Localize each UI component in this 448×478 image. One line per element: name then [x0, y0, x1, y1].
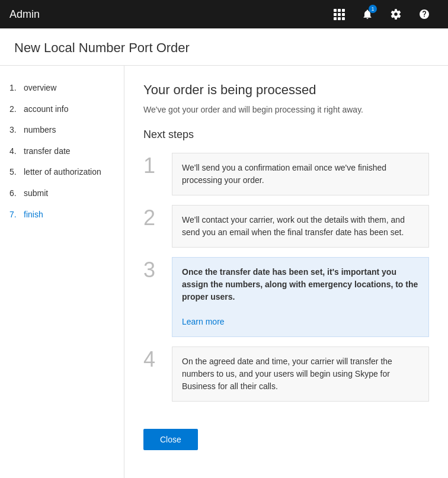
topbar: Admin 1	[0, 0, 448, 28]
gear-icon-button[interactable]	[382, 0, 410, 28]
step-content-4: On the agreed date and time, your carrie…	[172, 347, 429, 402]
step-row-3: 3 Once the transfer date has been set, i…	[143, 257, 429, 337]
sidebar-item-overview[interactable]: 1. overview	[0, 78, 124, 99]
close-button[interactable]: Close	[143, 429, 198, 450]
app-title: Admin	[9, 8, 325, 21]
order-title: Your order is being processed	[143, 82, 429, 98]
page-header: New Local Number Port Order	[0, 28, 448, 66]
next-steps-title: Next steps	[143, 129, 429, 141]
sidebar-item-submit[interactable]: 6. submit	[0, 183, 124, 204]
bell-icon-button[interactable]: 1	[353, 0, 382, 28]
notification-badge: 1	[369, 5, 377, 13]
content-area: 1. overview 2. account info 3. numbers 4…	[0, 66, 448, 478]
step-content-2: We'll contact your carrier, work out the…	[172, 205, 429, 248]
step-number-2: 2	[143, 205, 172, 229]
step-row-1: 1 We'll send you a confirmation email on…	[143, 153, 429, 195]
step-row-2: 2 We'll contact your carrier, work out t…	[143, 205, 429, 248]
grid-icon-button[interactable]	[325, 0, 353, 28]
sidebar-item-numbers[interactable]: 3. numbers	[0, 120, 124, 141]
sidebar-item-account-info[interactable]: 2. account info	[0, 99, 124, 120]
learn-more-link[interactable]: Learn more	[182, 317, 225, 326]
step-row-4: 4 On the agreed date and time, your carr…	[143, 347, 429, 402]
topbar-icons: 1	[325, 0, 439, 28]
gear-icon	[391, 9, 401, 20]
page-title: New Local Number Port Order	[14, 40, 434, 56]
step-content-1: We'll send you a confirmation email once…	[172, 153, 429, 195]
sidebar-item-finish[interactable]: 7. finish	[0, 204, 124, 226]
step-text-4: On the agreed date and time, your carrie…	[182, 357, 392, 391]
step-content-3: Once the transfer date has been set, it'…	[172, 257, 429, 337]
step-text-2: We'll contact your carrier, work out the…	[182, 215, 405, 237]
help-icon	[419, 9, 430, 20]
step-number-1: 1	[143, 153, 172, 177]
step-number-3: 3	[143, 257, 172, 281]
sidebar-item-transfer-date[interactable]: 4. transfer date	[0, 141, 124, 162]
sidebar: 1. overview 2. account info 3. numbers 4…	[0, 66, 124, 478]
help-icon-button[interactable]	[410, 0, 439, 28]
step-text-3-bold: Once the transfer date has been set, it'…	[182, 267, 418, 301]
main-content: Your order is being processed We've got …	[124, 66, 448, 478]
sidebar-item-letter-of-authorization[interactable]: 5. letter of authorization	[0, 162, 124, 183]
grid-icon	[334, 9, 345, 20]
order-subtitle: We've got your order and will begin proc…	[143, 105, 429, 114]
step-text-1: We'll send you a confirmation email once…	[182, 163, 386, 185]
step-number-4: 4	[143, 347, 172, 370]
